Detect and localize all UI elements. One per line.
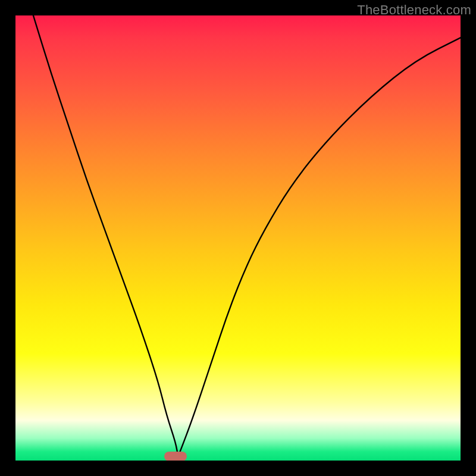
watermark-text: TheBottleneck.com [357, 2, 471, 18]
chart-frame: TheBottleneck.com [0, 0, 476, 476]
bottleneck-curve [15, 15, 461, 461]
plot-area [15, 15, 461, 461]
optimal-point-marker [164, 452, 187, 461]
